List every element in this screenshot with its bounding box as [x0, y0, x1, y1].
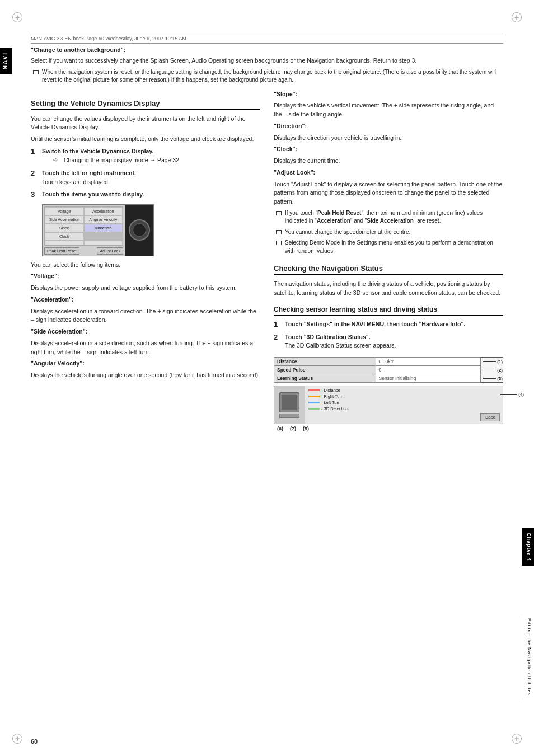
sensor-box — [279, 392, 299, 412]
legend-distance-text: - Distance — [321, 388, 340, 393]
callout-3-label: (3) — [497, 376, 503, 381]
side-accel-heading: "Side Acceleration": — [31, 327, 260, 336]
corner-mark-tr — [512, 12, 522, 22]
corner-mark-tl — [12, 12, 22, 22]
legend-right-color — [308, 396, 320, 397]
callout-4-line — [500, 394, 517, 395]
sensor-step-2: 2 Touch "3D Calibration Status". The 3D … — [274, 333, 503, 351]
note-1-text: If you touch "Peak Hold Reset", the maxi… — [285, 209, 503, 226]
legend-row-right: - Right Turn — [308, 394, 499, 399]
checking-nav-heading: Checking the Navigation Status — [274, 264, 503, 275]
callout-1-label: (1) — [497, 359, 503, 364]
angular-vel-body: Displays the vehicle's turning angle ove… — [31, 371, 260, 380]
side-accel-body: Displays acceleration in a side directio… — [31, 339, 260, 357]
sensor-inner — [282, 395, 297, 410]
checkbox-icon-3 — [276, 241, 282, 245]
change-bg-section: "Change to another background": Select i… — [31, 46, 503, 84]
screen-inner: Voltage Acceleration Side Acceleration A… — [43, 205, 125, 256]
calibration-layout: Distance 0.00km (1) — [274, 354, 503, 431]
navi-tab: NAVI — [0, 48, 12, 74]
step-3: 3 Touch the items you want to display. — [31, 190, 260, 200]
checkbox-icon-1 — [276, 211, 282, 215]
calib-sensor-icon — [274, 386, 305, 424]
change-bg-note-item: When the navigation system is reset, or … — [31, 68, 503, 84]
step-1-label: Switch to the Vehicle Dynamics Display. — [42, 148, 153, 154]
arrow-icon: ➩ — [53, 156, 61, 165]
page-number: 60 — [31, 738, 38, 745]
clock-body: Displays the current time. — [274, 157, 503, 166]
screen-cell-acceleration[interactable]: Acceleration — [84, 207, 123, 215]
calib-callouts: (1) (2) (3 — [481, 358, 503, 383]
calib-lower-area: - Distance - Right Turn - Left Turn — [274, 386, 503, 424]
direction-body: Displays the direction your vehicle is t… — [274, 134, 503, 143]
sensor-step-1-text: Touch "Settings" in the NAVI MENU, then … — [285, 320, 503, 330]
accel-body: Displays acceleration in a forward direc… — [31, 307, 260, 325]
gauge-inner — [133, 223, 146, 237]
sensor-step-1-num: 1 — [274, 320, 282, 330]
voltage-body: Displays the power supply and voltage su… — [31, 284, 260, 293]
screen-cell-values — [45, 241, 84, 245]
chapter-tab: Chapter 4 — [522, 528, 534, 566]
adjust-heading: "Adjust Look": — [274, 168, 503, 177]
calib-row-speed: Speed Pulse 0 — [274, 366, 503, 374]
header-bar: MAN-AVIC-X3-EN.book Page 60 Wednesday, J… — [31, 34, 503, 44]
slope-heading: "Slope": — [274, 90, 503, 99]
intro-para-1: You can change the values displayed by t… — [31, 115, 260, 133]
angular-vel-heading: "Angular Velocity": — [31, 359, 260, 368]
right-column: "Slope": Displays the vehicle's vertical… — [274, 90, 503, 432]
screen-cell-side-accel[interactable]: Side Acceleration — [45, 215, 84, 224]
header-filename: MAN-AVIC-X3-EN.book Page 60 Wednesday, J… — [31, 36, 186, 41]
screen-grid: Voltage Acceleration Side Acceleration A… — [44, 206, 123, 246]
calibration-screen-wrapper: Distance 0.00km (1) — [274, 354, 503, 431]
corner-mark-bl — [12, 734, 22, 744]
step-1-sub: ➩ Changing the map display mode → Page 3… — [42, 156, 260, 165]
step-2-num: 2 — [31, 169, 39, 187]
intro-para-2: Until the sensor's initial learning is c… — [31, 135, 260, 144]
calib-learning-value: Sensor Initialising — [376, 374, 480, 383]
callout-4-label: (4) — [518, 392, 524, 397]
adjust-look-btn[interactable]: Adjust Look — [97, 247, 123, 255]
screen-cell-empty — [84, 232, 123, 241]
screen-cell-clock[interactable]: Clock — [45, 232, 84, 241]
calib-distance-label: Distance — [274, 358, 376, 366]
callout-7-label: (7) — [290, 426, 296, 431]
legend-left-text: - Left Turn — [321, 400, 340, 405]
note-2-text: You cannot change the speedometer at the… — [285, 228, 410, 237]
callout-5-label: (5) — [303, 426, 309, 431]
legend-right-text: - Right Turn — [321, 394, 343, 399]
screen-cell-angular-vel[interactable]: Angular Velocity — [84, 215, 123, 224]
callout-3: (3) — [483, 376, 503, 381]
gauge-area — [125, 205, 153, 256]
step-3-num: 3 — [31, 190, 39, 200]
legend-left-color — [308, 402, 320, 403]
screen-cell-direction[interactable]: Direction — [84, 224, 123, 232]
corner-mark-br — [512, 734, 522, 744]
back-button[interactable]: Back — [480, 413, 500, 421]
direction-heading: "Direction": — [274, 122, 503, 131]
change-bg-note: When the navigation system is reset, or … — [42, 68, 503, 84]
step-3-text: Touch the items you want to display. — [42, 190, 260, 200]
accel-heading: "Acceleration": — [31, 295, 260, 304]
legend-row-3d: - 3D Detection — [308, 406, 499, 411]
calibration-table-area: Distance 0.00km (1) — [274, 354, 503, 431]
legend-3d-color — [308, 408, 320, 410]
vehicle-dynamics-heading: Setting the Vehicle Dynamics Display — [31, 99, 260, 110]
step-2-label: Touch the left or right instrument. — [42, 170, 136, 176]
screen-cell-voltage[interactable]: Voltage — [45, 207, 84, 215]
legend-row-left: - Left Turn — [308, 400, 499, 405]
checking-nav-body: The navigation status, including the dri… — [274, 280, 503, 298]
sensor-step-2-num: 2 — [274, 333, 282, 351]
peak-hold-reset-btn[interactable]: Peak Hold Reset — [44, 247, 79, 255]
adjust-body: Touch "Adjust Look" to display a screen … — [274, 180, 503, 206]
callout-6-label: (6) — [277, 426, 283, 431]
voltage-heading: "Voltage": — [31, 272, 260, 281]
calib-speed-value: 0 — [376, 366, 480, 374]
sensor-step-2-text: Touch "3D Calibration Status". The 3D Ca… — [285, 333, 503, 351]
callout-lines: (1) (2) (3 — [481, 359, 503, 381]
calib-legend-area: - Distance - Right Turn - Left Turn — [305, 386, 503, 424]
screen-cell-slope[interactable]: Slope — [45, 224, 84, 232]
callout-2: (2) — [483, 368, 503, 373]
change-bg-body: Select if you want to successively chang… — [31, 57, 503, 65]
checkbox-icon-2 — [276, 230, 282, 234]
legend-distance-color — [308, 389, 320, 391]
